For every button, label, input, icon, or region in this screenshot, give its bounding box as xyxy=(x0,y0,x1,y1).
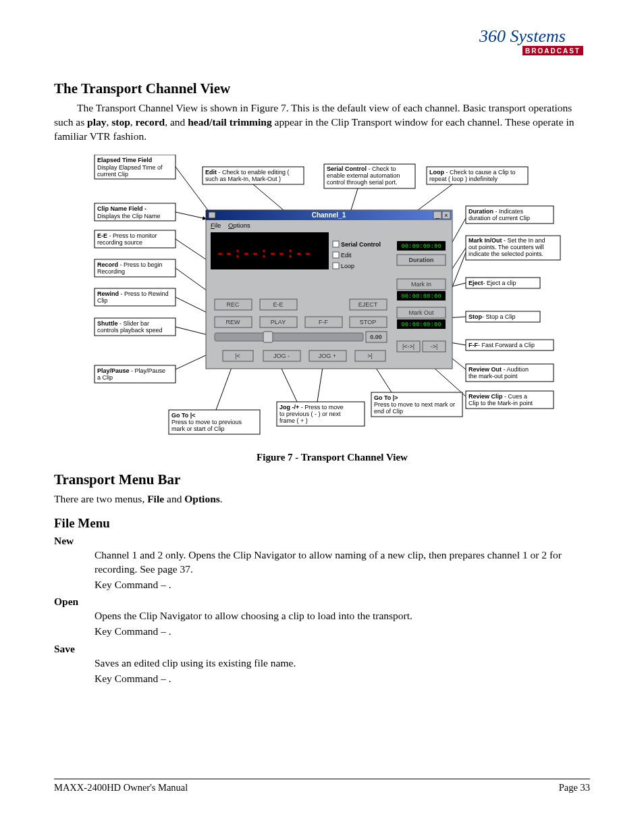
svg-text:Record - Press to begin: Record - Press to begin xyxy=(97,261,163,268)
svg-text:JOG +: JOG + xyxy=(319,353,336,359)
svg-text:Shuttle - Slider bar: Shuttle - Slider bar xyxy=(97,320,149,327)
mark-out-timecode: 00:00:00:00 xyxy=(401,321,441,328)
svg-text:Mark Out: Mark Out xyxy=(408,309,434,316)
heading-transport-channel-view: The Transport Channel View xyxy=(54,80,590,97)
svg-text:such as Mark-In, Mark-Out ): such as Mark-In, Mark-Out ) xyxy=(205,176,281,182)
svg-text:Clip to the Mark-in point: Clip to the Mark-in point xyxy=(468,400,533,407)
shuttle-value: 0.00 xyxy=(370,334,382,340)
svg-text:current Clip: current Clip xyxy=(97,171,128,178)
menu-bar-paragraph: There are two menus, File and Options. xyxy=(54,492,590,506)
svg-text:Recording: Recording xyxy=(97,268,125,275)
sysmenu-icon[interactable] xyxy=(209,212,215,218)
channel-window: Channel_1 _ × File Options --:--:--:-- S… xyxy=(206,210,452,369)
loop-label: Loop xyxy=(341,263,354,269)
svg-text:indicate the selected points.: indicate the selected points. xyxy=(468,251,543,257)
svg-text:recording source: recording source xyxy=(97,239,142,246)
menu-options[interactable]: Options xyxy=(228,221,250,229)
svg-text:Go To |>: Go To |> xyxy=(374,394,398,401)
serial-control-checkbox[interactable] xyxy=(333,241,339,247)
svg-text:mark or start of Clip: mark or start of Clip xyxy=(171,425,225,432)
def-new-heading: New xyxy=(54,535,590,547)
logo-sub-text: BROADCAST xyxy=(525,47,581,55)
svg-text:JOG -: JOG - xyxy=(273,353,290,359)
svg-text:|<->|: |<->| xyxy=(402,343,414,350)
svg-text:Press to move to next mark or: Press to move to next mark or xyxy=(374,401,455,408)
def-save-line2: Key Command – . xyxy=(95,672,590,686)
svg-text:Go To |<: Go To |< xyxy=(171,412,196,419)
svg-text:REC: REC xyxy=(226,301,240,308)
svg-text:|<: |< xyxy=(235,353,240,359)
def-save-line1: Saves an edited clip using its existing … xyxy=(95,656,590,671)
svg-text:Clip: Clip xyxy=(97,297,108,304)
svg-text:controls playback speed: controls playback speed xyxy=(97,327,163,334)
loop-checkbox[interactable] xyxy=(333,263,339,269)
heading-transport-menu-bar: Transport Menu Bar xyxy=(54,471,590,488)
edit-checkbox[interactable] xyxy=(333,252,339,258)
svg-text:E-E: E-E xyxy=(273,301,283,308)
svg-text:Displays the Clip Name: Displays the Clip Name xyxy=(97,213,161,219)
def-new-line1: Channel 1 and 2 only. Opens the Clip Nav… xyxy=(95,548,590,577)
elapsed-time-display: --:--:--:-- xyxy=(216,246,313,261)
logo-top-text: 360 Systems xyxy=(479,27,566,46)
svg-text:to previous ( - ) or next: to previous ( - ) or next xyxy=(279,411,341,417)
svg-text:the mark-out point: the mark-out point xyxy=(468,373,518,380)
def-open-heading: Open xyxy=(54,596,590,608)
svg-text:Clip Name Field -: Clip Name Field - xyxy=(97,205,146,212)
svg-text:F-F: F-F xyxy=(319,319,328,325)
svg-text:Play/Pause - Play/Pause: Play/Pause - Play/Pause xyxy=(97,367,165,374)
svg-text:frame ( + ): frame ( + ) xyxy=(279,417,308,424)
footer-left: MAXX-2400HD Owner's Manual xyxy=(54,782,188,793)
svg-text:>|: >| xyxy=(367,353,373,359)
svg-text:Display Elapsed Time of: Display Elapsed Time of xyxy=(97,164,163,171)
serial-control-label: Serial Control xyxy=(341,241,381,248)
shuttle-thumb[interactable] xyxy=(263,332,273,342)
svg-text:Rewind - Press to Rewind: Rewind - Press to Rewind xyxy=(97,290,169,297)
brand-logo: 360 Systems BROADCAST xyxy=(54,27,590,67)
svg-text:Mark In/Out - Set the In and: Mark In/Out - Set the In and xyxy=(468,237,545,244)
menu-file[interactable]: File xyxy=(211,221,221,229)
figure-7: Elapsed Time Field Display Elapsed Time … xyxy=(74,155,590,463)
svg-text:repeat ( loop ) indefinitely: repeat ( loop ) indefinitely xyxy=(429,176,498,182)
svg-text:×: × xyxy=(444,212,448,219)
svg-text:Edit - Check to enable editing: Edit - Check to enable editing ( xyxy=(205,169,290,176)
svg-text:enable external automation: enable external automation xyxy=(327,172,400,179)
footer-right: Page 33 xyxy=(559,782,590,793)
svg-text:end of Clip: end of Clip xyxy=(374,408,403,415)
svg-text:Review Out - Audition: Review Out - Audition xyxy=(468,366,529,373)
duration-timecode: 00:00:00:00 xyxy=(401,243,441,250)
figure-caption: Figure 7 - Transport Channel View xyxy=(74,452,590,463)
page-footer: MAXX-2400HD Owner's Manual Page 33 xyxy=(54,779,590,793)
svg-text:duration of current Clip: duration of current Clip xyxy=(468,215,530,221)
svg-text:_: _ xyxy=(435,211,439,219)
svg-text:Press to move to previous: Press to move to previous xyxy=(171,419,242,425)
svg-text:F-F- Fast Forward a Clip: F-F- Fast Forward a Clip xyxy=(468,342,535,348)
svg-text:out points. The counters will: out points. The counters will xyxy=(468,244,543,251)
svg-text:STOP: STOP xyxy=(360,319,376,325)
svg-text:Loop - Check to cause a Clip t: Loop - Check to cause a Clip to xyxy=(429,169,516,176)
heading-file-menu: File Menu xyxy=(54,516,590,531)
mark-in-timecode: 00:00:00:00 xyxy=(401,293,441,300)
svg-text:E-E - Press to monitor: E-E - Press to monitor xyxy=(97,232,157,239)
svg-text:PLAY: PLAY xyxy=(271,319,286,325)
def-save-heading: Save xyxy=(54,643,590,655)
svg-text:Duration - Indicates: Duration - Indicates xyxy=(468,208,524,215)
svg-text:Mark In: Mark In xyxy=(411,281,431,288)
def-open-line1: Opens the Clip Navigator to allow choosi… xyxy=(95,609,590,623)
def-open-line2: Key Command – . xyxy=(95,625,590,639)
svg-text:Serial Control - Check to: Serial Control - Check to xyxy=(327,165,396,172)
intro-paragraph: The Transport Channel View is shown in F… xyxy=(54,101,590,144)
def-new-line2: Key Command – . xyxy=(95,578,590,592)
svg-text:control through serial port.: control through serial port. xyxy=(327,179,398,186)
svg-text:Jog -/+ - Press to move: Jog -/+ - Press to move xyxy=(279,404,344,411)
edit-label: Edit xyxy=(341,252,352,259)
svg-text:REW: REW xyxy=(226,319,241,325)
svg-text:Review Clip - Cues a: Review Clip - Cues a xyxy=(468,393,527,400)
svg-text:Elapsed Time Field: Elapsed Time Field xyxy=(97,157,152,163)
window-title: Channel_1 xyxy=(312,211,346,219)
svg-text:->|: ->| xyxy=(431,343,438,350)
shuttle-slider[interactable] xyxy=(215,333,363,341)
svg-text:Eject- Eject a clip: Eject- Eject a clip xyxy=(468,280,516,286)
svg-text:Stop- Stop a Clip: Stop- Stop a Clip xyxy=(468,313,516,320)
duration-label: Duration xyxy=(409,257,434,263)
svg-text:EJECT: EJECT xyxy=(358,301,378,308)
